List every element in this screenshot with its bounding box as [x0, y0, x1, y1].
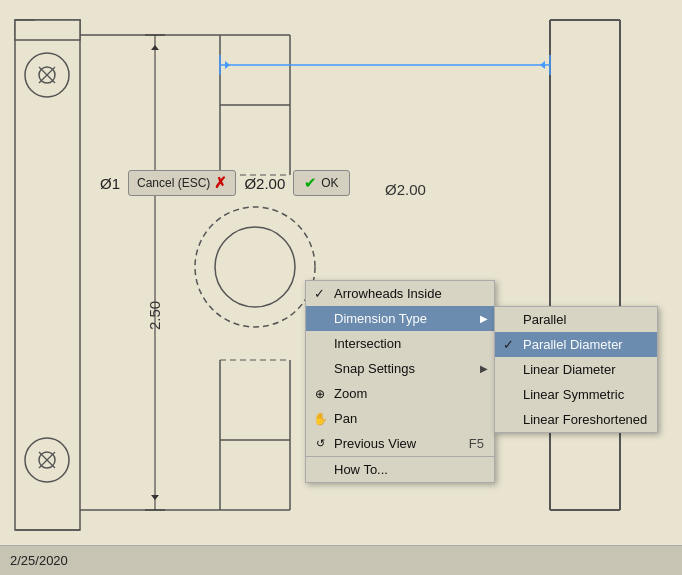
menu-item-arrowheads-inside[interactable]: Arrowheads Inside	[306, 281, 494, 306]
svg-marker-34	[151, 45, 159, 50]
pan-icon: ✋	[312, 411, 328, 427]
snap-settings-label: Snap Settings	[334, 361, 415, 376]
svg-marker-9	[15, 20, 80, 40]
ok-label: OK	[321, 176, 338, 190]
ok-check-icon: ✔	[304, 174, 317, 192]
ok-button[interactable]: ✔ OK	[293, 170, 349, 196]
menu-item-zoom[interactable]: ⊕ Zoom	[306, 381, 494, 406]
how-to-label: How To...	[334, 462, 388, 477]
cancel-button[interactable]: Cancel (ESC) ✗	[128, 170, 236, 196]
diameter-label: Ø1	[100, 175, 120, 192]
linear-foreshortened-label: Linear Foreshortened	[523, 412, 647, 427]
menu-item-intersection[interactable]: Intersection	[306, 331, 494, 356]
submenu-item-linear-foreshortened[interactable]: Linear Foreshortened	[495, 407, 657, 432]
cancel-x-icon: ✗	[214, 174, 227, 192]
submenu-item-linear-symmetric[interactable]: Linear Symmetric	[495, 382, 657, 407]
svg-point-39	[215, 227, 295, 307]
status-date: 2/25/2020	[10, 553, 68, 568]
diameter2-label: Ø2.00	[244, 175, 285, 192]
prev-view-icon: ↺	[312, 436, 328, 452]
svg-text:2.50: 2.50	[146, 301, 163, 330]
menu-item-snap-settings[interactable]: Snap Settings	[306, 356, 494, 381]
context-menu: Arrowheads Inside Dimension Type Paralle…	[305, 280, 495, 483]
menu-item-dimension-type[interactable]: Dimension Type Parallel Parallel Diamete…	[306, 306, 494, 331]
arrowheads-inside-label: Arrowheads Inside	[334, 286, 442, 301]
menu-item-how-to[interactable]: How To...	[306, 457, 494, 482]
menu-item-previous-view[interactable]: ↺ Previous View F5	[306, 431, 494, 456]
status-bar: 2/25/2020	[0, 545, 682, 575]
svg-point-38	[195, 207, 315, 327]
svg-marker-30	[540, 61, 545, 69]
cancel-label: Cancel (ESC)	[137, 176, 210, 190]
previous-view-shortcut: F5	[469, 436, 484, 451]
dimension-type-label: Dimension Type	[334, 311, 427, 326]
previous-view-label: Previous View	[334, 436, 449, 451]
svg-marker-29	[225, 61, 230, 69]
linear-symmetric-label: Linear Symmetric	[523, 387, 624, 402]
submenu-item-linear-diameter[interactable]: Linear Diameter	[495, 357, 657, 382]
pan-label: Pan	[334, 411, 357, 426]
linear-diameter-label: Linear Diameter	[523, 362, 616, 377]
parallel-diameter-label: Parallel Diameter	[523, 337, 623, 352]
svg-marker-35	[151, 495, 159, 500]
svg-text:Ø2.00: Ø2.00	[385, 181, 426, 198]
intersection-label: Intersection	[334, 336, 401, 351]
dimension-type-submenu: Parallel Parallel Diameter Linear Diamet…	[494, 306, 658, 433]
submenu-item-parallel-diameter[interactable]: Parallel Diameter	[495, 332, 657, 357]
zoom-icon: ⊕	[312, 386, 328, 402]
zoom-label: Zoom	[334, 386, 367, 401]
dimension-toolbar: Ø1 Cancel (ESC) ✗ Ø2.00 ✔ OK	[100, 170, 350, 196]
submenu-item-parallel[interactable]: Parallel	[495, 307, 657, 332]
parallel-label: Parallel	[523, 312, 566, 327]
menu-item-pan[interactable]: ✋ Pan	[306, 406, 494, 431]
